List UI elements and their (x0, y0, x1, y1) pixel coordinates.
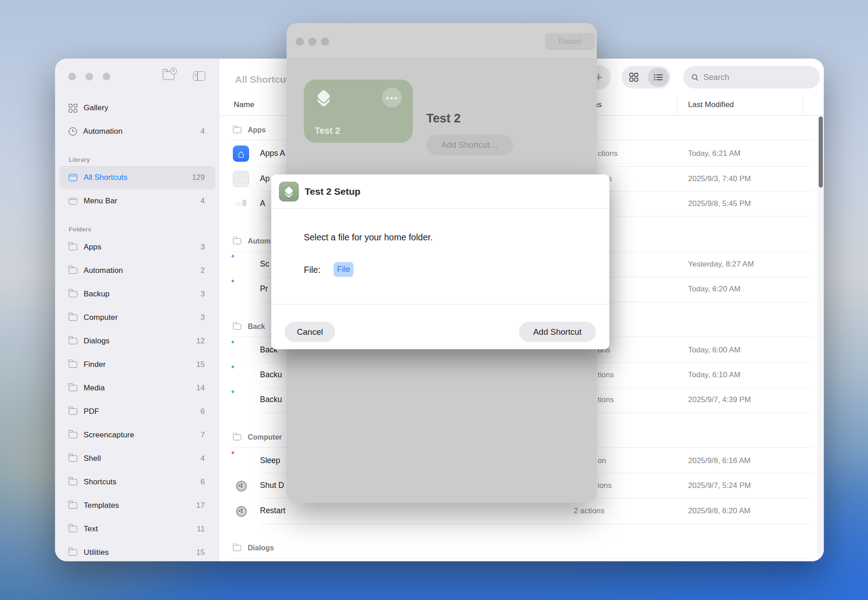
folder-icon (69, 549, 77, 556)
sidebar-item-all-shortcuts[interactable]: All Shortcuts 129 (59, 166, 215, 189)
home-app-icon: ⌂ (233, 145, 249, 162)
gallery-icon (69, 104, 77, 112)
grid-view-button[interactable] (623, 68, 644, 87)
file-token-button[interactable]: File (334, 262, 354, 277)
sidebar-item-folder[interactable]: Computer 3 (55, 306, 219, 329)
list-view-icon (654, 74, 663, 81)
add-shortcut-confirm-button[interactable]: Add Shortcut (519, 322, 596, 342)
minimize-traffic-light[interactable] (308, 38, 316, 46)
menu-bar-icon (69, 198, 77, 205)
sidebar-item-folder[interactable]: Shortcuts 6 (55, 470, 219, 494)
sidebar-item-count: 7 (201, 431, 205, 440)
shortcut-modified: Today, 6:00 AM (688, 346, 741, 355)
sidebar-item-gallery[interactable]: Gallery (55, 96, 219, 120)
sidebar-item-folder[interactable]: Media 14 (55, 376, 219, 400)
ellipsis-icon[interactable]: ●●● (382, 88, 402, 108)
shortcut-modified: 2025/9/8, 6:16 AM (688, 456, 750, 465)
sidebar-item-folder[interactable]: Automation 2 (55, 259, 219, 282)
shortcut-actions: tions (598, 370, 614, 380)
sidebar-item-folder[interactable]: Dialogs 12 (55, 329, 219, 353)
sidebar-item-count: 129 (192, 173, 205, 182)
shortcut-name: Shut D (260, 481, 284, 490)
sidebar-item-label: Automation (83, 127, 201, 136)
sidebar-item-label: Gallery (84, 103, 205, 112)
minimize-traffic-light[interactable] (85, 73, 93, 80)
sheet-title: Test 2 Setup (305, 186, 360, 197)
sidebar-item-label: Apps (84, 243, 201, 252)
sidebar-item-label: Shell (84, 454, 201, 463)
folder-icon (69, 338, 77, 344)
sidebar-item-label: Finder (84, 360, 196, 369)
shortcuts-stack-icon (313, 86, 335, 108)
sidebar-item-count: 4 (201, 454, 205, 463)
shortcut-name: Apps A (260, 149, 285, 158)
column-header-name[interactable]: Name (234, 100, 254, 109)
close-traffic-light[interactable] (68, 73, 76, 80)
section-header-computer: Computer (233, 427, 282, 447)
report-button[interactable]: Report (545, 33, 595, 50)
sidebar-item-count: 3 (201, 243, 205, 252)
scrollbar-thumb[interactable] (819, 117, 823, 188)
section-header-apps: Apps (233, 120, 266, 140)
view-mode-toggle (622, 66, 670, 89)
shortcut-actions: ctions (598, 149, 618, 158)
sidebar-item-folder[interactable]: Utilities 15 (55, 541, 219, 561)
sidebar-item-count: 11 (197, 525, 205, 534)
cancel-button[interactable]: Cancel (285, 322, 335, 342)
page-title: All Shortcuts (235, 74, 294, 85)
shortcut-name: Pr (260, 284, 268, 294)
sidebar-section-library: Library (55, 143, 219, 166)
close-traffic-light[interactable] (296, 38, 304, 46)
shortcut-tile[interactable]: ●●● Test 2 (304, 80, 413, 143)
file-field-label: File: (304, 265, 321, 275)
folder-icon (69, 314, 77, 321)
folder-icon (69, 408, 77, 415)
folder-icon (69, 244, 77, 250)
sidebar-item-folder[interactable]: Backup 3 (55, 282, 219, 306)
column-header-modified[interactable]: Last Modified (688, 100, 734, 109)
folder-icon (233, 127, 241, 133)
folder-icon (69, 526, 77, 532)
sidebar-item-folder[interactable]: Text 11 (55, 517, 219, 541)
search-input[interactable] (703, 73, 812, 82)
add-shortcut-button-disabled[interactable]: Add Shortcut… (426, 135, 513, 155)
section-header-automation: Autom (233, 231, 271, 251)
folder-icon (233, 545, 241, 551)
sidebar-item-count: 15 (196, 548, 205, 557)
frosted-app-icon (233, 171, 249, 187)
shortcut-actions: 2 actions (574, 506, 604, 516)
sidebar-toggle-icon[interactable] (193, 71, 205, 83)
list-view-button[interactable] (648, 68, 669, 87)
sidebar-section-folders: Folders (55, 213, 219, 235)
folder-icon (69, 432, 77, 438)
all-shortcuts-icon (69, 174, 77, 181)
new-folder-icon[interactable] (163, 71, 175, 82)
sidebar-item-folder[interactable]: Templates 17 (55, 494, 219, 517)
zoom-traffic-light[interactable] (321, 38, 329, 46)
sidebar-item-label: All Shortcuts (84, 173, 192, 182)
sidebar-item-folder[interactable]: Screencapture 7 (55, 423, 219, 447)
folder-icon (69, 291, 77, 297)
sidebar-item-count: 2 (201, 266, 205, 275)
sidebar-item-automation[interactable]: Automation 4 (55, 120, 219, 143)
zoom-traffic-light[interactable] (103, 73, 110, 80)
shortcut-actions: ions (598, 481, 612, 490)
sidebar-item-folder[interactable]: Finder 15 (55, 353, 219, 376)
sidebar-item-folder[interactable]: PDF 6 (55, 400, 219, 423)
column-divider (677, 97, 677, 113)
sidebar-item-menu-bar[interactable]: Menu Bar 4 (55, 189, 219, 213)
sidebar-item-folder[interactable]: Apps 3 (55, 235, 219, 259)
shortcut-actions: tions (598, 395, 614, 404)
sidebar-item-count: 3 (201, 290, 205, 299)
sidebar-item-count: 3 (201, 313, 205, 322)
sidebar: Gallery Automation 4 Library All Shortcu… (55, 59, 219, 561)
shortcut-actions: on (598, 456, 606, 465)
shortcut-name: Backu (260, 395, 282, 404)
sheet-message: Select a file for your home folder. (304, 232, 433, 243)
search-field[interactable] (683, 66, 820, 89)
sidebar-item-folder[interactable]: Shell 4 (55, 447, 219, 470)
folder-icon (233, 323, 241, 329)
folder-icon (69, 267, 77, 274)
sidebar-nav: Gallery Automation 4 Library All Shortcu… (55, 96, 219, 561)
folder-icon (69, 385, 77, 391)
